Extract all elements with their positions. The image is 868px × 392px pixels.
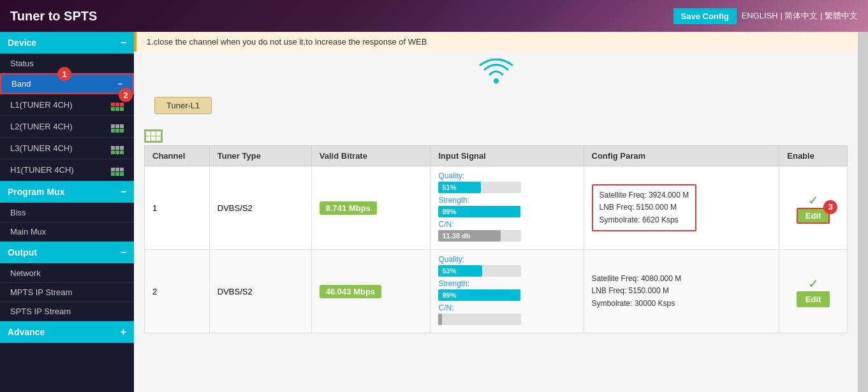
main-layout: Device − Status Band − 1 L1(TUNER 4CH): [0, 32, 868, 392]
row1-cn-bar: 11.38 db: [438, 230, 521, 242]
col-header-channel: Channel: [145, 146, 210, 166]
row2-quality-fill: 53%: [438, 265, 482, 277]
content-area: ForoiSP 1.close the channel when you do …: [134, 32, 858, 392]
row1-config: Satellite Freq: 3924.000 M LNB Freq: 515…: [584, 166, 779, 250]
row1-bitrate-badge: 8.741 Mbps: [320, 201, 377, 215]
row1-strength-bar: 99%: [438, 206, 521, 217]
row2-cn-fill: [438, 314, 442, 325]
row2-lnb-freq: LNB Freq: 5150.000 M: [592, 285, 772, 297]
wifi-icon: [477, 57, 515, 85]
row2-checkmark-icon: ✓: [808, 277, 819, 291]
row1-symbolrate: Symbolrate: 6620 Ksps: [600, 214, 689, 226]
row1-quality-fill: 51%: [438, 182, 480, 193]
col-header-config-param: Config Param: [584, 146, 779, 166]
sidebar-item-main-mux[interactable]: Main Mux: [0, 222, 134, 242]
row2-strength-fill: 99%: [438, 289, 520, 301]
content-scroll-area: ForoiSP 1.close the channel when you do …: [134, 32, 868, 392]
save-config-button[interactable]: Save Config: [673, 8, 737, 24]
language-selector: ENGLISH | 简体中文 | 繁體中文: [742, 10, 858, 22]
sidebar-item-network[interactable]: Network: [0, 264, 134, 283]
annotation-circle-2: 2: [119, 88, 133, 102]
sidebar-section-device[interactable]: Device −: [0, 32, 134, 54]
row1-sat-freq: Satellite Freq: 3924.000 M: [600, 189, 689, 201]
row1-cn-fill: 11.38 db: [438, 230, 501, 242]
row1-cn-label: C/N:: [438, 220, 575, 229]
row2-channel: 2: [145, 250, 210, 333]
svg-point-0: [494, 78, 499, 83]
band-minus-icon: −: [117, 79, 122, 89]
row2-symbolrate: Symbolrate: 30000 Ksps: [592, 298, 772, 310]
sidebar-item-l1-wrapper: L1(TUNER 4CH) 2: [0, 94, 134, 116]
notice-text: 1.close the channel when you do not use …: [147, 37, 427, 47]
lang-english-link[interactable]: ENGLISH: [742, 11, 778, 20]
row2-edit-button[interactable]: Edit: [797, 291, 830, 307]
table-row: 1 DVBS/S2 8.741 Mbps Quality: 51%: [145, 166, 848, 250]
row2-bitrate-badge: 46.043 Mbps: [320, 285, 381, 298]
sidebar-item-h1[interactable]: H1(TUNER 4CH): [0, 159, 134, 181]
row1-edit-btn-wrapper: Edit 3: [797, 208, 830, 224]
sidebar-item-l2[interactable]: L2(TUNER 4CH): [0, 116, 134, 138]
col-header-valid-bitrate: Valid Bitrate: [311, 146, 430, 166]
sidebar-item-l3[interactable]: L3(TUNER 4CH): [0, 138, 134, 159]
sidebar-item-l1[interactable]: L1(TUNER 4CH): [0, 94, 134, 116]
row2-tuner-type: DVBS/S2: [209, 250, 311, 333]
sidebar-item-l2-label: L2(TUNER 4CH): [10, 122, 73, 131]
row1-tuner-type: DVBS/S2: [209, 166, 311, 250]
table-view-icon[interactable]: [144, 129, 163, 143]
sidebar-item-main-mux-label: Main Mux: [10, 227, 46, 236]
row2-strength-label: Strength:: [438, 279, 575, 288]
row2-enable: ✓ Edit: [779, 250, 848, 333]
row1-enable: ✓ Edit 3: [779, 166, 848, 250]
row1-strength-fill: 99%: [438, 206, 520, 217]
table-row: 2 DVBS/S2 46.043 Mbps Quality: 53%: [145, 250, 848, 333]
sidebar-item-biss[interactable]: Biss: [0, 203, 134, 222]
sidebar-item-band-label: Band: [11, 79, 31, 89]
sidebar-section-advance[interactable]: Advance +: [0, 321, 134, 343]
app-title: Tuner to SPTS: [10, 9, 97, 24]
sidebar-section-program-mux[interactable]: Program Mux −: [0, 181, 134, 203]
sidebar-item-status-label: Status: [10, 59, 34, 68]
col-header-tuner-type: Tuner Type: [209, 146, 311, 166]
tuner-tab[interactable]: Tuner-L1: [154, 97, 212, 114]
lang-simplified-link[interactable]: 简体中文: [784, 11, 818, 20]
advance-plus-icon: +: [121, 326, 126, 338]
row1-channel: 1: [145, 166, 210, 250]
row2-signal: Quality: 53% Strength: 99% C/N:: [430, 250, 584, 333]
lang-traditional-link[interactable]: 繁體中文: [825, 11, 858, 20]
sidebar-item-mpts-ip-stream[interactable]: MPTS IP Stream: [0, 283, 134, 302]
l3-grid-icon: [111, 142, 124, 154]
sidebar-item-biss-label: Biss: [10, 208, 26, 217]
channel-table-wrapper: Channel Tuner Type Valid Bitrate Input S…: [134, 145, 858, 344]
sidebar-item-l1-label: L1(TUNER 4CH): [10, 100, 73, 110]
output-minus-icon: −: [121, 247, 126, 258]
sidebar-item-h1-label: H1(TUNER 4CH): [10, 165, 74, 175]
sidebar-item-band-wrapper: Band − 1: [0, 73, 134, 94]
sidebar-item-spts-ip-stream[interactable]: SPTS IP Stream: [0, 302, 134, 321]
scrollbar[interactable]: [858, 32, 868, 392]
tuner-tab-wrapper: Tuner-L1: [134, 91, 858, 126]
sidebar-item-network-label: Network: [10, 268, 41, 278]
notice-bar: 1.close the channel when you do not use …: [134, 32, 858, 52]
content-wrapper: ForoiSP 1.close the channel when you do …: [134, 32, 858, 344]
row2-cn-bar: [438, 314, 521, 325]
table-icon-row: [134, 126, 858, 145]
sidebar-section-program-mux-label: Program Mux: [8, 187, 64, 197]
program-mux-minus-icon: −: [121, 186, 126, 198]
l2-grid-icon: [111, 120, 124, 133]
sidebar-section-output[interactable]: Output −: [0, 242, 134, 263]
h1-grid-icon: [111, 164, 124, 176]
row2-strength-bar: 99%: [438, 289, 521, 301]
col-header-enable: Enable: [779, 146, 848, 166]
channel-table: Channel Tuner Type Valid Bitrate Input S…: [144, 145, 848, 333]
header-right: Save Config ENGLISH | 简体中文 | 繁體中文: [673, 8, 858, 24]
row2-cn-label: C/N:: [438, 303, 575, 312]
row1-quality-bar: 51%: [438, 182, 521, 193]
row2-config: Satellite Freq: 4080.000 M LNB Freq: 515…: [584, 250, 779, 333]
sidebar-section-output-label: Output: [8, 247, 37, 258]
sidebar-section-device-label: Device: [8, 38, 36, 48]
row1-quality-label: Quality:: [438, 171, 575, 180]
row2-sat-freq: Satellite Freq: 4080.000 M: [592, 273, 772, 285]
sidebar-item-mpts-ip-stream-label: MPTS IP Stream: [10, 287, 72, 297]
sidebar-item-spts-ip-stream-label: SPTS IP Stream: [10, 307, 71, 316]
row1-strength-label: Strength:: [438, 196, 575, 205]
